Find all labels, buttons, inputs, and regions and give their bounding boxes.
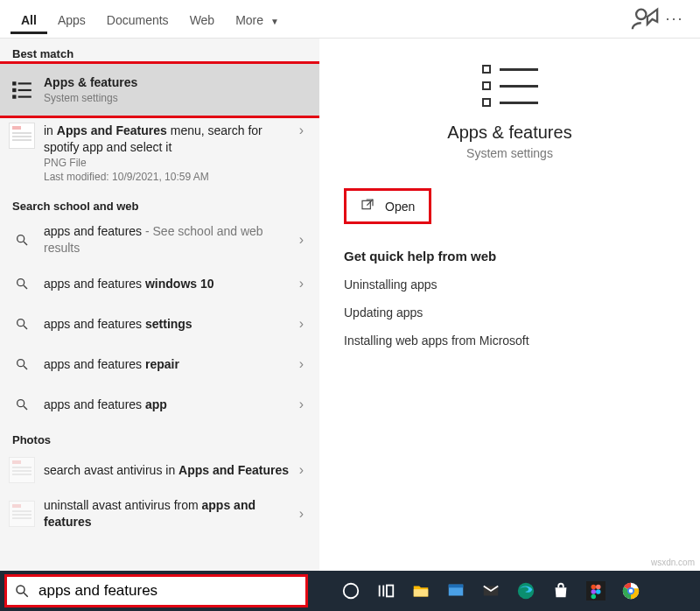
tab-documents[interactable]: Documents [96,4,179,34]
image-thumbnail-icon [9,457,35,483]
chevron-right-icon[interactable]: › [294,356,309,372]
taskbar-store-icon[interactable] [543,573,578,608]
svg-line-19 [24,593,28,597]
web-result-label: apps and features app [44,397,294,413]
svg-point-9 [18,279,24,286]
open-external-icon [360,198,374,214]
svg-rect-17 [362,200,370,208]
png-title: in Apps and Features menu, search for sp… [44,123,294,156]
svg-point-11 [18,320,24,327]
preview-subtitle: System settings [466,146,553,160]
chevron-right-icon[interactable]: › [294,397,309,412]
chevron-right-icon[interactable]: › [294,123,309,138]
svg-rect-24 [414,589,429,596]
open-button[interactable]: Open [344,188,431,224]
svg-point-29 [592,585,597,590]
photo-result-label: search avast antivirus in Apps and Featu… [44,462,294,479]
search-filter-tabs: All Apps Documents Web More ▼ ··· [0,0,700,39]
taskbar-taskview-icon[interactable] [368,573,403,608]
web-result-0[interactable]: apps and features - See school and web r… [0,216,319,263]
svg-rect-5 [12,95,16,98]
taskbar-search-input[interactable] [37,581,298,600]
taskbar [0,571,700,611]
watermark: wsxdn.com [651,558,695,567]
taskbar-app-icon[interactable] [438,573,473,608]
chevron-right-icon[interactable]: › [294,506,309,522]
svg-rect-23 [387,586,393,597]
svg-rect-22 [382,586,384,597]
svg-point-0 [636,9,646,18]
taskbar-figma-icon[interactable] [578,573,613,608]
photo-result-0[interactable]: search avast antivirus in Apps and Featu… [0,450,319,490]
web-result-3[interactable]: apps and features repair › [0,344,319,384]
search-icon [9,391,35,418]
chevron-right-icon[interactable]: › [294,232,309,248]
chevron-right-icon[interactable]: › [294,316,309,332]
taskbar-file-explorer-icon[interactable] [403,573,438,608]
web-result-2[interactable]: apps and features settings › [0,304,319,344]
svg-point-18 [17,586,24,593]
feedback-icon[interactable] [630,4,660,34]
best-match-title: Apps & features [44,74,309,91]
svg-line-12 [24,326,27,329]
svg-line-16 [24,406,27,410]
results-pane: Best match Apps & features System settin… [0,39,319,571]
more-options-icon[interactable]: ··· [660,4,690,34]
taskbar-edge-icon[interactable] [508,573,543,608]
web-result-label: apps and features - See school and web r… [44,223,294,256]
best-match-subtitle: System settings [44,91,309,105]
taskbar-mail-icon[interactable] [473,573,508,608]
section-photos: Photos [0,425,319,450]
tab-apps[interactable]: Apps [47,4,96,34]
png-last-modified: Last modified: 10/9/2021, 10:59 AM [44,170,294,184]
taskbar-cortana-icon[interactable] [333,573,368,608]
web-result-1[interactable]: apps and features windows 10 › [0,263,319,304]
web-result-label: apps and features repair [44,356,294,373]
png-thumbnail-icon [9,123,35,149]
search-icon [9,227,35,253]
chevron-down-icon: ▼ [270,17,279,26]
taskbar-search-box[interactable] [5,575,307,607]
tab-all[interactable]: All [10,4,47,34]
svg-point-13 [18,360,24,367]
svg-rect-1 [12,81,16,85]
search-icon [9,351,35,377]
svg-rect-21 [379,586,381,597]
svg-line-8 [24,242,27,245]
chevron-right-icon[interactable]: › [294,276,309,291]
apps-features-icon [9,77,35,103]
preview-pane: Apps & features System settings Open Get… [319,39,700,571]
tab-more-label: More [235,13,263,27]
svg-point-15 [18,400,24,407]
apps-features-large-icon [482,65,538,107]
web-result-4[interactable]: apps and features app › [0,384,319,425]
taskbar-chrome-icon[interactable] [613,573,648,608]
help-header: Get quick help from web [344,249,676,263]
svg-rect-6 [18,95,32,97]
preview-title: Apps & features [447,123,571,143]
svg-rect-2 [18,82,32,84]
svg-point-20 [344,584,359,599]
help-link-uninstalling[interactable]: Uninstalling apps [344,277,676,291]
svg-point-7 [18,235,24,242]
svg-point-32 [596,589,601,594]
svg-point-33 [592,594,597,600]
result-png-file[interactable]: in Apps and Features menu, search for sp… [0,116,319,191]
tab-more[interactable]: More ▼ [225,4,290,34]
search-icon [14,583,30,599]
section-school-web: Search school and web [0,191,319,216]
search-icon [9,311,35,337]
web-result-label: apps and features windows 10 [44,276,294,292]
svg-point-31 [592,589,597,594]
png-file-type: PNG File [44,156,294,170]
tab-web[interactable]: Web [179,4,226,34]
open-label: Open [385,200,415,214]
photo-result-1[interactable]: uninstall avast antivirus from apps and … [0,490,319,537]
svg-rect-3 [12,88,16,91]
best-match-apps-features[interactable]: Apps & features System settings [0,64,319,116]
help-link-installing-web[interactable]: Installing web apps from Microsoft [344,334,676,348]
search-icon [9,270,35,297]
help-link-updating[interactable]: Updating apps [344,306,676,320]
image-thumbnail-icon [9,501,35,527]
chevron-right-icon[interactable]: › [294,462,309,478]
